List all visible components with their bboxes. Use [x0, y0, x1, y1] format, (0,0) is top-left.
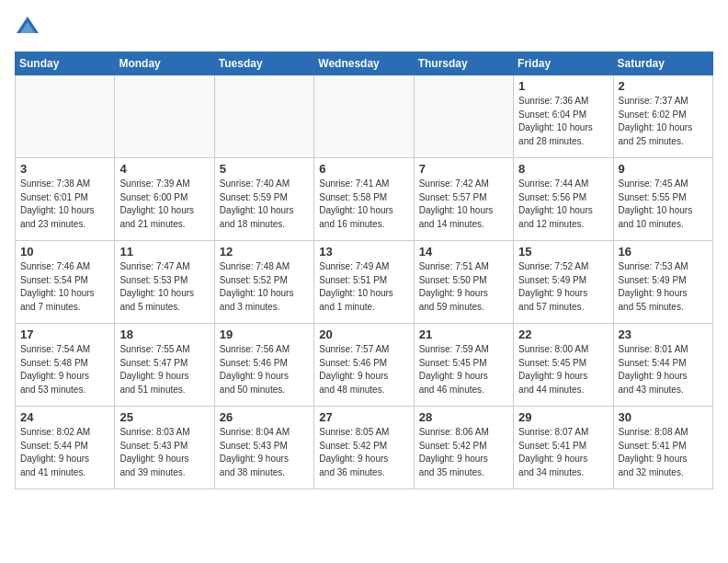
day-info: Sunrise: 8:06 AM Sunset: 5:42 PM Dayligh… — [419, 426, 508, 479]
day-number: 8 — [518, 162, 608, 176]
day-cell: 20Sunrise: 7:57 AM Sunset: 5:46 PM Dayli… — [314, 324, 414, 407]
day-info: Sunrise: 7:40 AM Sunset: 5:59 PM Dayligh… — [220, 178, 309, 231]
day-cell — [414, 75, 513, 158]
day-number: 20 — [319, 327, 408, 341]
day-info: Sunrise: 7:53 AM Sunset: 5:49 PM Dayligh… — [619, 260, 708, 314]
day-info: Sunrise: 7:42 AM Sunset: 5:57 PM Dayligh… — [419, 178, 508, 231]
day-number: 27 — [319, 410, 408, 424]
day-cell: 14Sunrise: 7:51 AM Sunset: 5:50 PM Dayli… — [414, 241, 513, 324]
day-number: 19 — [220, 327, 309, 341]
day-info: Sunrise: 7:46 AM Sunset: 5:54 PM Dayligh… — [20, 260, 109, 314]
day-number: 11 — [119, 245, 209, 259]
day-cell — [115, 75, 214, 158]
day-number: 17 — [20, 327, 109, 341]
day-cell: 3Sunrise: 7:38 AM Sunset: 6:01 PM Daylig… — [16, 158, 115, 241]
day-cell: 21Sunrise: 7:59 AM Sunset: 5:45 PM Dayli… — [414, 324, 513, 407]
day-number: 23 — [619, 327, 708, 341]
header-row: SundayMondayTuesdayWednesdayThursdayFrid… — [16, 52, 713, 75]
day-cell: 9Sunrise: 7:45 AM Sunset: 5:55 PM Daylig… — [613, 158, 712, 241]
day-info: Sunrise: 7:51 AM Sunset: 5:50 PM Dayligh… — [419, 260, 508, 314]
day-cell: 28Sunrise: 8:06 AM Sunset: 5:42 PM Dayli… — [414, 407, 513, 489]
day-cell: 24Sunrise: 8:02 AM Sunset: 5:44 PM Dayli… — [16, 407, 115, 489]
calendar-container: SundayMondayTuesdayWednesdayThursdayFrid… — [0, 0, 728, 499]
calendar-table: SundayMondayTuesdayWednesdayThursdayFrid… — [15, 52, 713, 489]
day-info: Sunrise: 7:37 AM Sunset: 6:02 PM Dayligh… — [619, 95, 708, 148]
header-cell-monday: Monday — [115, 52, 214, 75]
day-cell: 22Sunrise: 8:00 AM Sunset: 5:45 PM Dayli… — [514, 324, 613, 407]
day-info: Sunrise: 8:00 AM Sunset: 5:45 PM Dayligh… — [518, 343, 608, 396]
day-number: 1 — [518, 79, 608, 93]
day-info: Sunrise: 7:39 AM Sunset: 6:00 PM Dayligh… — [119, 178, 209, 231]
day-info: Sunrise: 7:36 AM Sunset: 6:04 PM Dayligh… — [518, 95, 608, 148]
header — [15, 15, 713, 40]
day-number: 5 — [220, 162, 309, 176]
day-cell: 11Sunrise: 7:47 AM Sunset: 5:53 PM Dayli… — [115, 241, 214, 324]
day-cell: 17Sunrise: 7:54 AM Sunset: 5:48 PM Dayli… — [16, 324, 115, 407]
day-number: 10 — [20, 245, 109, 259]
day-cell: 25Sunrise: 8:03 AM Sunset: 5:43 PM Dayli… — [115, 407, 214, 489]
day-number: 30 — [619, 410, 708, 424]
day-info: Sunrise: 7:56 AM Sunset: 5:46 PM Dayligh… — [220, 343, 309, 396]
day-cell: 15Sunrise: 7:52 AM Sunset: 5:49 PM Dayli… — [514, 241, 613, 324]
day-number: 9 — [619, 162, 708, 176]
day-info: Sunrise: 7:59 AM Sunset: 5:45 PM Dayligh… — [419, 343, 508, 396]
day-info: Sunrise: 8:05 AM Sunset: 5:42 PM Dayligh… — [319, 426, 408, 479]
day-cell: 1Sunrise: 7:36 AM Sunset: 6:04 PM Daylig… — [514, 75, 613, 158]
day-number: 13 — [319, 245, 408, 259]
day-cell: 26Sunrise: 8:04 AM Sunset: 5:43 PM Dayli… — [214, 407, 313, 489]
day-number: 12 — [220, 245, 309, 259]
day-number: 15 — [518, 245, 608, 259]
day-cell: 8Sunrise: 7:44 AM Sunset: 5:56 PM Daylig… — [514, 158, 613, 241]
day-info: Sunrise: 8:07 AM Sunset: 5:41 PM Dayligh… — [518, 426, 608, 479]
day-cell: 23Sunrise: 8:01 AM Sunset: 5:44 PM Dayli… — [613, 324, 712, 407]
day-cell: 29Sunrise: 8:07 AM Sunset: 5:41 PM Dayli… — [514, 407, 613, 489]
day-number: 26 — [220, 410, 309, 424]
day-number: 24 — [20, 410, 109, 424]
week-row-1: 1Sunrise: 7:36 AM Sunset: 6:04 PM Daylig… — [16, 75, 713, 158]
day-number: 14 — [419, 245, 508, 259]
day-info: Sunrise: 7:45 AM Sunset: 5:55 PM Dayligh… — [619, 178, 708, 231]
logo — [15, 15, 44, 40]
day-number: 7 — [419, 162, 508, 176]
day-cell: 27Sunrise: 8:05 AM Sunset: 5:42 PM Dayli… — [314, 407, 414, 489]
day-cell: 13Sunrise: 7:49 AM Sunset: 5:51 PM Dayli… — [314, 241, 414, 324]
day-info: Sunrise: 7:38 AM Sunset: 6:01 PM Dayligh… — [20, 178, 109, 231]
week-row-3: 10Sunrise: 7:46 AM Sunset: 5:54 PM Dayli… — [16, 241, 713, 324]
day-cell: 16Sunrise: 7:53 AM Sunset: 5:49 PM Dayli… — [613, 241, 712, 324]
day-info: Sunrise: 7:54 AM Sunset: 5:48 PM Dayligh… — [20, 343, 109, 396]
day-number: 18 — [119, 327, 209, 341]
day-info: Sunrise: 7:44 AM Sunset: 5:56 PM Dayligh… — [518, 178, 608, 231]
day-info: Sunrise: 7:57 AM Sunset: 5:46 PM Dayligh… — [319, 343, 408, 396]
day-cell — [16, 75, 115, 158]
day-info: Sunrise: 7:49 AM Sunset: 5:51 PM Dayligh… — [319, 260, 408, 314]
day-info: Sunrise: 7:47 AM Sunset: 5:53 PM Dayligh… — [119, 260, 209, 314]
day-number: 21 — [419, 327, 508, 341]
day-info: Sunrise: 7:52 AM Sunset: 5:49 PM Dayligh… — [518, 260, 608, 314]
day-number: 25 — [119, 410, 209, 424]
day-number: 22 — [518, 327, 608, 341]
day-info: Sunrise: 8:01 AM Sunset: 5:44 PM Dayligh… — [619, 343, 708, 396]
day-cell: 30Sunrise: 8:08 AM Sunset: 5:41 PM Dayli… — [613, 407, 712, 489]
header-cell-friday: Friday — [514, 52, 613, 75]
week-row-4: 17Sunrise: 7:54 AM Sunset: 5:48 PM Dayli… — [16, 324, 713, 407]
day-number: 4 — [119, 162, 209, 176]
day-cell: 12Sunrise: 7:48 AM Sunset: 5:52 PM Dayli… — [214, 241, 313, 324]
week-row-2: 3Sunrise: 7:38 AM Sunset: 6:01 PM Daylig… — [16, 158, 713, 241]
day-info: Sunrise: 8:04 AM Sunset: 5:43 PM Dayligh… — [220, 426, 309, 479]
day-cell: 10Sunrise: 7:46 AM Sunset: 5:54 PM Dayli… — [16, 241, 115, 324]
logo-icon — [15, 15, 40, 40]
day-cell: 5Sunrise: 7:40 AM Sunset: 5:59 PM Daylig… — [214, 158, 313, 241]
day-cell: 4Sunrise: 7:39 AM Sunset: 6:00 PM Daylig… — [115, 158, 214, 241]
header-cell-tuesday: Tuesday — [214, 52, 313, 75]
day-info: Sunrise: 7:48 AM Sunset: 5:52 PM Dayligh… — [220, 260, 309, 314]
day-cell: 2Sunrise: 7:37 AM Sunset: 6:02 PM Daylig… — [613, 75, 712, 158]
header-cell-saturday: Saturday — [613, 52, 712, 75]
day-cell — [214, 75, 313, 158]
header-cell-thursday: Thursday — [414, 52, 513, 75]
day-number: 3 — [20, 162, 109, 176]
day-cell — [314, 75, 414, 158]
day-cell: 6Sunrise: 7:41 AM Sunset: 5:58 PM Daylig… — [314, 158, 414, 241]
day-cell: 7Sunrise: 7:42 AM Sunset: 5:57 PM Daylig… — [414, 158, 513, 241]
day-number: 29 — [518, 410, 608, 424]
day-cell: 19Sunrise: 7:56 AM Sunset: 5:46 PM Dayli… — [214, 324, 313, 407]
